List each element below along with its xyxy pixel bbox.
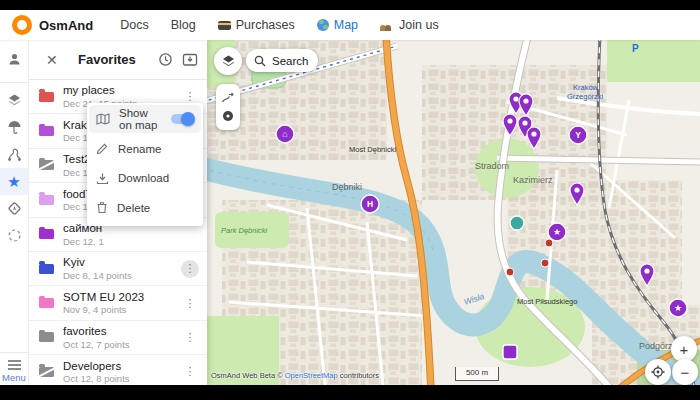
attribution-text: OsmAnd Web Beta © [211,371,285,380]
svg-text:★: ★ [674,303,682,313]
nav-link-docs[interactable]: Docs [111,14,157,36]
globe-icon [317,19,329,31]
group-name: SOTM EU 2023 [63,291,144,303]
svg-text:★: ★ [553,227,561,237]
group-name: Kyiv [63,256,132,268]
folder-icon [39,229,54,239]
folder-icon [39,332,54,342]
search-icon [254,55,266,67]
locate-me-button[interactable] [645,359,671,385]
svg-text:Park Dębnicki: Park Dębnicki [221,226,268,235]
folder-hidden-icon [39,367,54,377]
map-search-button[interactable]: Search [246,49,318,72]
left-toolbar: ★ Menu [0,40,29,385]
svg-text:Y: Y [575,130,581,140]
osmand-brand[interactable]: OsmAnd [12,15,93,35]
close-icon[interactable]: ✕ [46,53,60,67]
group-context-menu: Show on map Rename Download Delete [87,103,203,226]
rail-item-account[interactable] [0,40,28,78]
attribution-text: contributors [338,371,379,380]
group-name: my places [63,84,137,96]
panel-header-actions [158,52,198,67]
layers-icon [7,93,22,108]
rail-item-configure-map[interactable] [0,87,28,114]
osmand-logo-icon [12,15,32,35]
nav-link-blog[interactable]: Blog [162,14,205,36]
svg-text:Stradom: Stradom [475,161,509,171]
map-icon [96,113,110,125]
main-menu-button[interactable]: Menu [0,352,28,383]
people-icon [380,20,394,31]
star-icon: ★ [7,174,20,189]
menu-item-label: Download [118,172,169,184]
map-tools-panel[interactable] [216,84,240,130]
menu-item-show-on-map[interactable]: Show on map [89,105,201,133]
rail-item-tracks[interactable] [0,141,28,168]
map-tiles: Most Dębnicki Dębniki Stradom Kazimierz … [207,40,700,385]
nav-link-label: Blog [171,18,196,32]
svg-text:Grzegórzki: Grzegórzki [567,92,604,101]
group-options-button-active[interactable]: ⋮ [181,260,199,278]
group-meta: Oct 12, 8 points [63,373,130,384]
openstreetmap-link[interactable]: OpenStreetMap [285,371,338,380]
menu-item-delete[interactable]: Delete [87,193,203,223]
crosshair-icon [651,365,665,379]
rail-item-favorites[interactable]: ★ [0,168,28,195]
umbrella-icon [7,120,22,135]
hamburger-icon [8,360,21,362]
pencil-icon [96,142,109,155]
folder-icon [39,126,54,136]
search-label: Search [272,55,308,67]
group-row-sotm-eu-2023[interactable]: SOTM EU 2023 Nov 9, 4 points ⋮ [28,286,207,320]
group-options-button[interactable]: ⋮ [181,328,199,346]
panel-title: Favorites [78,52,136,67]
import-icon[interactable] [182,52,198,67]
folder-icon [39,195,54,205]
show-on-map-toggle[interactable] [171,114,194,124]
folder-icon [39,264,54,274]
nav-link-purchases[interactable]: Purchases [209,14,304,36]
nav-link-map[interactable]: Map [308,14,367,36]
card-icon [218,21,231,30]
folder-hidden-icon [39,160,54,170]
svg-text:Dębniki: Dębniki [332,182,362,192]
menu-item-label: Rename [118,143,161,155]
map-attribution: OsmAnd Web Beta © OpenStreetMap contribu… [211,371,379,380]
nav-link-label: Purchases [236,18,295,32]
favorites-panel-header: ✕ Favorites [28,40,207,80]
position-dot-icon [222,110,234,122]
folder-icon [39,298,54,308]
menu-item-label: Show on map [119,107,162,131]
track-route-icon [7,147,22,162]
svg-text:Kazimierz: Kazimierz [513,175,553,185]
measure-route-icon [221,92,235,104]
map-canvas[interactable]: Most Dębnicki Dębniki Stradom Kazimierz … [207,40,700,385]
group-row-developers[interactable]: Developers Oct 12, 8 points ⋮ [28,355,207,385]
rail-item-navigation[interactable] [0,195,28,222]
rail-item-plan-route[interactable] [0,222,28,249]
history-icon[interactable] [158,52,173,67]
group-row-favorites[interactable]: favorites Oct 12, 7 points ⋮ [28,321,207,355]
group-row-kyiv[interactable]: Kyiv Dec 8, 14 points ⋮ [28,252,207,286]
app-window: OsmAnd Docs Blog Purchases Map Join us [0,10,700,385]
group-meta: Dec 8, 14 points [63,270,132,281]
zoom-out-button[interactable]: − [672,359,698,385]
menu-item-download[interactable]: Download [87,164,203,194]
group-meta: Oct 12, 7 points [63,339,130,350]
layers-icon [221,54,236,69]
group-options-button[interactable]: ⋮ [181,294,199,312]
rail-item-weather[interactable] [0,114,28,141]
parking-poi: P [632,43,639,54]
top-navbar: OsmAnd Docs Blog Purchases Map Join us [0,10,700,40]
group-options-button[interactable]: ⋮ [181,363,199,381]
teal-poi-marker [510,216,524,230]
svg-text:Most Dębnicki: Most Dębnicki [349,145,396,154]
nav-link-join-us[interactable]: Join us [371,14,448,36]
menu-label: Menu [0,372,28,383]
map-layers-button[interactable] [214,47,242,75]
nav-link-label: Map [334,18,358,32]
menu-item-label: Delete [117,202,150,214]
menu-item-rename[interactable]: Rename [87,134,203,164]
nav-links: Docs Blog Purchases Map Join us [111,14,448,36]
group-name: Developers [63,360,130,372]
